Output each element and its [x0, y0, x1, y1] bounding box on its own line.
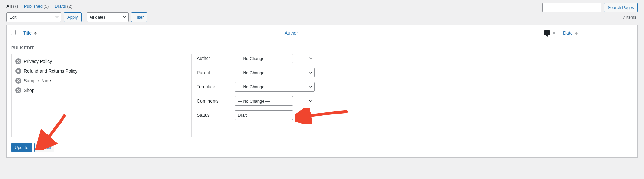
field-author-label: Author — [197, 56, 232, 61]
sort-icon — [575, 32, 578, 35]
page-wrap: All (7) | Published (5) | Drafts (2) Sea… — [0, 0, 644, 164]
status-filter-tabs: All (7) | Published (5) | Drafts (2) — [6, 3, 72, 12]
chevron-down-icon — [309, 56, 312, 61]
top-row: All (7) | Published (5) | Drafts (2) Sea… — [6, 3, 638, 12]
field-comments-select-wrap: — No Change — — [235, 96, 315, 106]
separator: | — [19, 4, 23, 9]
sort-icon — [553, 31, 555, 35]
bulk-submit-row: Update Cancel — [11, 143, 633, 152]
separator: | — [50, 4, 53, 9]
bulk-item: Refund and Returns Policy — [15, 66, 188, 76]
tab-all-count: (7) — [13, 4, 18, 9]
tab-published[interactable]: Published (5) — [24, 4, 49, 9]
field-parent-label: Parent — [197, 70, 232, 75]
remove-icon[interactable] — [15, 58, 21, 64]
tab-drafts[interactable]: Drafts (2) — [55, 4, 72, 9]
column-date-label: Date — [563, 30, 573, 35]
field-template-select-wrap: — No Change — — [235, 82, 315, 92]
update-button[interactable]: Update — [11, 143, 32, 152]
sort-icon — [34, 32, 37, 35]
filter-button[interactable]: Filter — [131, 12, 148, 22]
tab-drafts-count: (2) — [67, 4, 72, 9]
filters-row: Edit Apply All dates Filter 7 items — [6, 12, 638, 25]
column-date[interactable]: Date — [560, 25, 637, 40]
chevron-down-icon — [309, 113, 312, 118]
column-title[interactable]: Title — [20, 25, 282, 40]
search-box: Search Pages — [542, 3, 638, 12]
items-count: 7 items — [623, 15, 638, 20]
bulk-titles-box: Privacy Policy Refund and Returns Policy — [11, 54, 192, 137]
bulk-item: Shop — [15, 85, 188, 95]
column-author[interactable]: Author — [282, 25, 541, 40]
field-status-select[interactable]: Draft — [235, 110, 293, 120]
column-comments[interactable] — [541, 25, 560, 40]
chevron-down-icon — [309, 98, 312, 104]
tab-published-count: (5) — [44, 4, 49, 9]
remove-icon[interactable] — [15, 78, 21, 84]
remove-icon[interactable] — [15, 68, 21, 74]
bulk-action-select-wrap: Edit — [6, 12, 61, 22]
table-head: Title Author Date — [7, 25, 637, 40]
column-title-label: Title — [23, 30, 32, 35]
filters-left: Edit Apply All dates Filter — [6, 12, 147, 22]
select-all-checkbox[interactable] — [11, 30, 16, 35]
bulk-edit-legend: BULK EDIT — [11, 45, 633, 50]
search-pages-button[interactable]: Search Pages — [604, 3, 638, 12]
field-status-label: Status — [197, 113, 232, 118]
search-input[interactable] — [542, 3, 601, 12]
bulk-item: Privacy Policy — [15, 56, 188, 66]
field-comments-label: Comments — [197, 98, 232, 104]
remove-icon[interactable] — [15, 87, 21, 93]
field-template-label: Template — [197, 84, 232, 89]
bulk-edit-row: BULK EDIT Privacy Policy — [7, 40, 637, 157]
field-parent-select-wrap: — No Change — — [235, 68, 315, 77]
date-filter-select-wrap: All dates — [87, 12, 129, 22]
field-parent-select[interactable]: — No Change — — [235, 68, 315, 77]
bulk-item-title: Refund and Returns Policy — [24, 68, 78, 74]
select-all-cell — [7, 25, 20, 40]
bulk-edit-columns: Privacy Policy Refund and Returns Policy — [11, 54, 633, 137]
date-filter-select[interactable]: All dates — [87, 12, 129, 22]
cancel-button[interactable]: Cancel — [34, 143, 54, 152]
field-comments-select[interactable]: — No Change — — [235, 96, 293, 106]
field-status-select-wrap: Draft — [235, 110, 315, 120]
bulk-item-title: Privacy Policy — [24, 59, 52, 64]
bulk-action-select[interactable]: Edit — [6, 12, 61, 22]
bulk-item-title: Shop — [24, 88, 34, 93]
pages-table: Title Author Date — [6, 25, 638, 158]
apply-button[interactable]: Apply — [64, 12, 82, 22]
comment-bubble-icon — [544, 30, 550, 35]
bulk-fields: Author — No Change — Parent — No Change … — [197, 54, 315, 120]
field-author-select[interactable]: — No Change — — [235, 54, 293, 63]
bulk-item-title: Sample Page — [24, 78, 51, 83]
field-template-select[interactable]: — No Change — — [235, 82, 315, 92]
field-author-select-wrap: — No Change — — [235, 54, 315, 63]
tab-all[interactable]: All (7) — [6, 4, 18, 9]
bulk-item: Sample Page — [15, 76, 188, 85]
